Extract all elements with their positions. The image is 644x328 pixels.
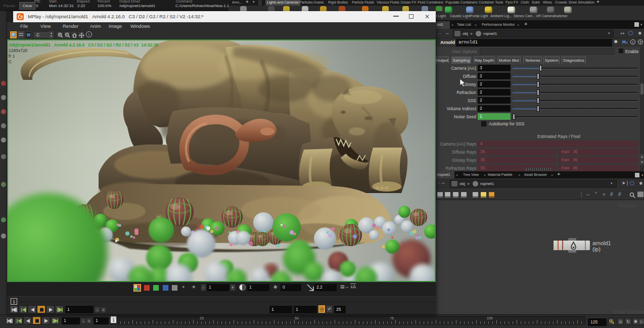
svg-text:C: C <box>9 59 12 64</box>
svg-text:1280x720: 1280x720 <box>9 48 28 53</box>
svg-text:fr 1: fr 1 <box>9 54 15 59</box>
svg-text:/obj/ropnet1/arnold1 Arnold: /obj/ropnet1/arnold1 Arnold 4.2.16.0 C3 … <box>9 42 159 48</box>
